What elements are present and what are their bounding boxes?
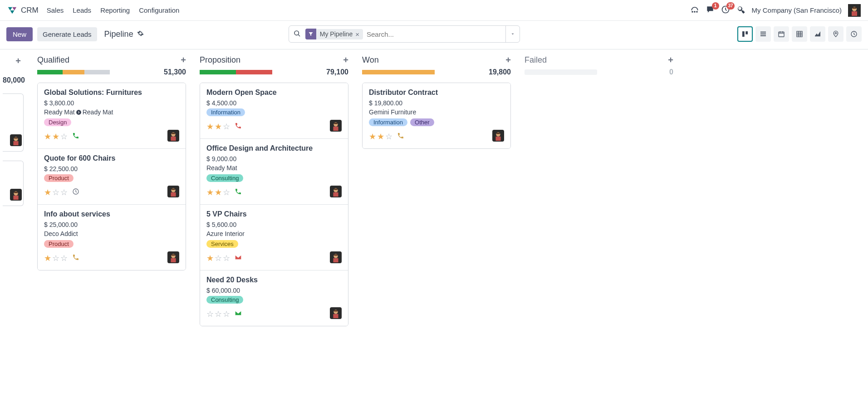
progress-bar[interactable]: [200, 70, 272, 74]
progress-bar[interactable]: [37, 70, 110, 74]
pivot-view-button[interactable]: [792, 26, 807, 42]
tag[interactable]: Product: [44, 174, 74, 182]
priority-star[interactable]: ★: [44, 253, 51, 263]
priority-star[interactable]: ☆: [215, 309, 222, 319]
search-input[interactable]: [363, 30, 505, 38]
assignee-avatar[interactable]: [167, 251, 179, 265]
priority-star[interactable]: ★: [377, 132, 384, 142]
priority-star[interactable]: ☆: [223, 187, 230, 197]
tag[interactable]: Services: [206, 240, 238, 248]
add-card-icon[interactable]: +: [668, 55, 673, 65]
priority-star[interactable]: ★: [215, 187, 222, 197]
calendar-view-button[interactable]: [774, 26, 789, 42]
assignee-avatar[interactable]: [167, 130, 179, 143]
kanban-view-button[interactable]: [737, 26, 753, 42]
progress-bar[interactable]: [362, 70, 435, 74]
assignee-avatar[interactable]: [492, 130, 504, 143]
nav-link-leads[interactable]: Leads: [73, 6, 91, 14]
list-view-button[interactable]: [755, 26, 771, 42]
column-title[interactable]: Failed: [525, 55, 547, 65]
assignee-avatar[interactable]: [167, 186, 179, 199]
column-title[interactable]: Qualified: [37, 55, 69, 65]
priority-star[interactable]: ☆: [52, 253, 59, 263]
assignee-avatar[interactable]: [10, 134, 22, 147]
kanban-card[interactable]: Need 20 Desks $ 60,000.00 Consulting ☆☆☆: [200, 270, 348, 326]
priority-star[interactable]: ★: [206, 187, 214, 197]
search-options-caret-icon[interactable]: [505, 26, 520, 42]
assignee-avatar[interactable]: [10, 189, 22, 202]
tag[interactable]: Other: [410, 118, 434, 126]
kanban-card[interactable]: Info about services $ 25,000.00 Deco Add…: [38, 205, 186, 270]
assignee-avatar[interactable]: [330, 120, 342, 133]
add-card-icon[interactable]: +: [181, 55, 186, 65]
priority-star[interactable]: ★: [44, 187, 51, 197]
priority-star[interactable]: ★: [52, 132, 59, 142]
new-button[interactable]: New: [6, 27, 33, 41]
add-card-icon[interactable]: +: [343, 55, 348, 65]
tag[interactable]: Product: [44, 240, 74, 248]
kanban-card[interactable]: Quote for 600 Chairs $ 22,500.00 Product…: [38, 149, 186, 205]
priority-star[interactable]: ☆: [60, 132, 68, 142]
activity-phone-icon[interactable]: [235, 122, 242, 131]
column-title[interactable]: Won: [362, 55, 379, 65]
priority-star[interactable]: ☆: [60, 187, 68, 197]
kanban-card[interactable]: Global Solutions: Furnitures $ 3,800.00 …: [38, 83, 186, 149]
activity-mail-icon[interactable]: [235, 310, 242, 318]
generate-leads-button[interactable]: Generate Leads: [37, 27, 97, 41]
graph-view-button[interactable]: [810, 26, 825, 42]
add-card-icon[interactable]: +: [505, 55, 511, 65]
kanban-card[interactable]: 5 VP Chairs $ 5,600.00 Azure Interior Se…: [200, 205, 348, 270]
company-selector[interactable]: My Company (San Francisco): [752, 6, 842, 14]
nav-link-sales[interactable]: Sales: [47, 6, 64, 14]
assignee-avatar[interactable]: [330, 251, 342, 265]
kanban-card[interactable]: Distributor Contract $ 19,800.00 Gemini …: [363, 83, 510, 148]
activity-phone-icon[interactable]: [235, 188, 242, 197]
activity-phone-icon[interactable]: [397, 132, 404, 141]
filter-chip-close-icon[interactable]: ×: [355, 30, 359, 38]
external-link-icon[interactable]: [76, 109, 82, 115]
assignee-avatar[interactable]: [330, 307, 342, 320]
voip-icon[interactable]: [690, 5, 699, 15]
priority-star[interactable]: ★: [215, 122, 222, 132]
activity-mail-icon[interactable]: [235, 254, 242, 262]
priority-star[interactable]: ☆: [223, 253, 230, 263]
priority-star[interactable]: ☆: [223, 122, 230, 132]
nav-link-configuration[interactable]: Configuration: [139, 6, 179, 14]
search-icon[interactable]: [289, 30, 305, 39]
filter-icon[interactable]: [305, 29, 316, 39]
tag[interactable]: Information: [369, 118, 407, 126]
kanban-card[interactable]: Modern Open Space $ 4,500.00 Information…: [200, 83, 348, 139]
card-fragment[interactable]: [3, 93, 24, 152]
activity-clock-icon[interactable]: [72, 188, 79, 197]
priority-star[interactable]: ☆: [52, 187, 59, 197]
tag[interactable]: Information: [206, 108, 245, 116]
activity-view-button[interactable]: [846, 26, 862, 42]
messages-icon[interactable]: 1: [706, 5, 715, 15]
priority-star[interactable]: ☆: [60, 253, 68, 263]
nav-link-reporting[interactable]: Reporting: [100, 6, 130, 14]
priority-star[interactable]: ★: [206, 253, 214, 263]
tag[interactable]: Consulting: [206, 174, 243, 182]
activity-phone-icon[interactable]: [72, 132, 79, 141]
app-title[interactable]: CRM: [21, 6, 39, 15]
tag[interactable]: Design: [44, 118, 71, 126]
priority-star[interactable]: ☆: [215, 253, 222, 263]
column-title[interactable]: Proposition: [200, 55, 240, 65]
priority-star[interactable]: ★: [44, 132, 51, 142]
gear-icon[interactable]: [137, 29, 144, 39]
kanban-card[interactable]: Office Design and Architecture $ 9,000.0…: [200, 139, 348, 205]
map-view-button[interactable]: [828, 26, 843, 42]
user-avatar[interactable]: [848, 4, 861, 17]
assignee-avatar[interactable]: [330, 186, 342, 199]
card-fragment[interactable]: [3, 161, 24, 206]
tag[interactable]: Consulting: [206, 296, 243, 304]
priority-star[interactable]: ☆: [223, 309, 230, 319]
add-card-icon[interactable]: +: [3, 56, 24, 66]
priority-star[interactable]: ☆: [206, 309, 214, 319]
priority-star[interactable]: ★: [206, 122, 214, 132]
activities-icon[interactable]: 37: [721, 5, 730, 15]
priority-star[interactable]: ★: [369, 132, 376, 142]
priority-star[interactable]: ☆: [385, 132, 392, 142]
activity-phone-icon[interactable]: [72, 254, 79, 262]
debug-icon[interactable]: [736, 5, 745, 15]
